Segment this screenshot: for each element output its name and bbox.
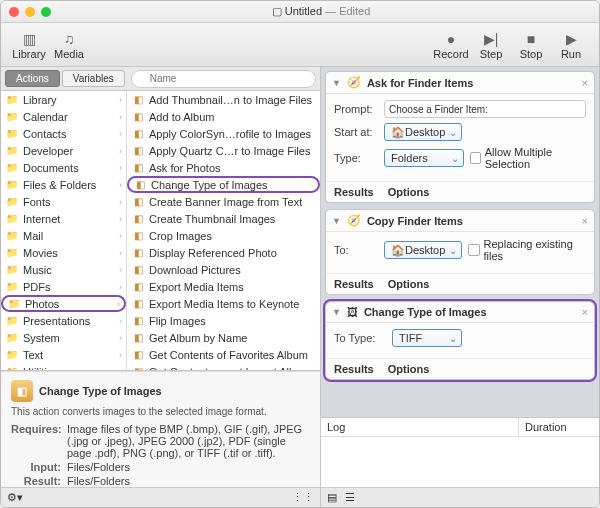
- library-item[interactable]: 📁Text›: [1, 346, 126, 363]
- action-item[interactable]: ◧Get Contents of Favorites Album: [127, 346, 320, 363]
- action-item[interactable]: ◧Crop Images: [127, 227, 320, 244]
- close-icon[interactable]: ×: [582, 77, 588, 89]
- action-item[interactable]: ◧Get Album by Name: [127, 329, 320, 346]
- folder-icon: 📁: [5, 280, 19, 294]
- folder-icon: 📁: [5, 144, 19, 158]
- library-item[interactable]: 📁Contacts›: [1, 125, 126, 142]
- folder-icon: 📁: [5, 127, 19, 141]
- action-item[interactable]: ◧Export Media Items to Keynote: [127, 295, 320, 312]
- action-item[interactable]: ◧Apply Quartz C…r to Image Files: [127, 142, 320, 159]
- document-icon: ▢: [272, 5, 285, 17]
- library-item[interactable]: 📁Fonts›: [1, 193, 126, 210]
- options-button[interactable]: Options: [388, 278, 430, 290]
- tab-actions[interactable]: Actions: [5, 70, 60, 87]
- library-item[interactable]: 📁System›: [1, 329, 126, 346]
- library-item[interactable]: 📁Files & Folders›: [1, 176, 126, 193]
- type-select[interactable]: Folders: [384, 149, 464, 167]
- library-item[interactable]: 📁Calendar›: [1, 108, 126, 125]
- media-button[interactable]: ♫Media: [49, 26, 89, 64]
- action-icon: ◧: [131, 144, 145, 158]
- close-icon[interactable]: ×: [582, 215, 588, 227]
- detail-title: Change Type of Images: [39, 385, 162, 397]
- action-icon: ◧: [131, 93, 145, 107]
- action-item[interactable]: ◧Display Referenced Photo: [127, 244, 320, 261]
- duration-header[interactable]: Duration: [519, 418, 599, 436]
- resize-icon[interactable]: ⋮⋮: [292, 491, 314, 504]
- replace-checkbox[interactable]: Replacing existing files: [468, 238, 586, 262]
- library-item[interactable]: 📁Mail›: [1, 227, 126, 244]
- action-item[interactable]: ◧Export Media Items: [127, 278, 320, 295]
- results-button[interactable]: Results: [334, 278, 374, 290]
- run-icon: ▶: [560, 30, 582, 48]
- library-item[interactable]: 📁Movies›: [1, 244, 126, 261]
- view-flow-icon[interactable]: ▤: [327, 491, 337, 504]
- action-item[interactable]: ◧Download Pictures: [127, 261, 320, 278]
- action-item[interactable]: ◧Apply ColorSyn…rofile to Images: [127, 125, 320, 142]
- library-categories: 📁Library›📁Calendar›📁Contacts›📁Developer›…: [1, 91, 127, 370]
- action-detail: ◧Change Type of Images This action conve…: [1, 371, 320, 487]
- record-button[interactable]: ●Record: [431, 26, 471, 64]
- chevron-right-icon: ›: [119, 112, 122, 122]
- to-select[interactable]: 🏠 Desktop: [384, 241, 462, 259]
- zoom-window[interactable]: [41, 7, 51, 17]
- prompt-input[interactable]: [384, 100, 586, 118]
- preview-icon: 🖼: [347, 306, 358, 318]
- library-item[interactable]: 📁Music›: [1, 261, 126, 278]
- action-icon: ◧: [131, 161, 145, 175]
- chevron-right-icon: ›: [119, 95, 122, 105]
- allow-multiple-checkbox[interactable]: Allow Multiple Selection: [470, 146, 586, 170]
- library-item[interactable]: 📁Internet›: [1, 210, 126, 227]
- action-icon: ◧: [133, 178, 147, 192]
- options-button[interactable]: Options: [388, 363, 430, 375]
- run-button[interactable]: ▶Run: [551, 26, 591, 64]
- disclosure-icon[interactable]: ▼: [332, 307, 341, 317]
- chevron-right-icon: ›: [119, 350, 122, 360]
- card-title: Copy Finder Items: [367, 215, 463, 227]
- action-icon: ◧: [131, 263, 145, 277]
- chevron-right-icon: ›: [119, 282, 122, 292]
- action-item[interactable]: ◧Get Contents o…st Import Album: [127, 363, 320, 370]
- library-item[interactable]: 📁Utilities›: [1, 363, 126, 370]
- view-list-icon[interactable]: ☰: [345, 491, 355, 504]
- library-item[interactable]: 📁Photos›: [1, 295, 126, 312]
- search-input[interactable]: [131, 70, 316, 88]
- folder-icon: 📁: [7, 297, 21, 311]
- finder-icon: 🧭: [347, 76, 361, 89]
- folder-icon: 📁: [5, 229, 19, 243]
- results-button[interactable]: Results: [334, 363, 374, 375]
- library-item[interactable]: 📁Developer›: [1, 142, 126, 159]
- action-icon: ◧: [131, 348, 145, 362]
- library-item[interactable]: 📁Library›: [1, 91, 126, 108]
- options-button[interactable]: Options: [388, 186, 430, 198]
- log-header[interactable]: Log: [321, 418, 519, 436]
- log-panel: LogDuration: [321, 417, 599, 487]
- totype-select[interactable]: TIFF: [392, 329, 462, 347]
- disclosure-icon[interactable]: ▼: [332, 216, 341, 226]
- action-item[interactable]: ◧Add to Album: [127, 108, 320, 125]
- gear-icon[interactable]: ⚙︎▾: [7, 491, 23, 504]
- action-item[interactable]: ◧Change Type of Images: [127, 176, 320, 193]
- results-button[interactable]: Results: [334, 186, 374, 198]
- library-item[interactable]: 📁Documents›: [1, 159, 126, 176]
- disclosure-icon[interactable]: ▼: [332, 78, 341, 88]
- action-item[interactable]: ◧Ask for Photos: [127, 159, 320, 176]
- action-icon: ◧: [131, 297, 145, 311]
- close-icon[interactable]: ×: [582, 306, 588, 318]
- folder-icon: 📁: [5, 93, 19, 107]
- workflow-canvas[interactable]: ▼🧭Ask for Finder Items× Prompt: Start at…: [321, 67, 599, 417]
- startat-select[interactable]: 🏠 Desktop: [384, 123, 462, 141]
- library-button[interactable]: ▥Library: [9, 26, 49, 64]
- step-button[interactable]: ▶|Step: [471, 26, 511, 64]
- action-item[interactable]: ◧Create Banner Image from Text: [127, 193, 320, 210]
- action-item[interactable]: ◧Flip Images: [127, 312, 320, 329]
- action-icon: ◧: [131, 212, 145, 226]
- close-window[interactable]: [9, 7, 19, 17]
- minimize-window[interactable]: [25, 7, 35, 17]
- stop-icon: ■: [520, 30, 542, 48]
- action-item[interactable]: ◧Add Thumbnail…n to Image Files: [127, 91, 320, 108]
- stop-button[interactable]: ■Stop: [511, 26, 551, 64]
- library-item[interactable]: 📁Presentations›: [1, 312, 126, 329]
- library-item[interactable]: 📁PDFs›: [1, 278, 126, 295]
- tab-variables[interactable]: Variables: [62, 70, 125, 87]
- action-item[interactable]: ◧Create Thumbnail Images: [127, 210, 320, 227]
